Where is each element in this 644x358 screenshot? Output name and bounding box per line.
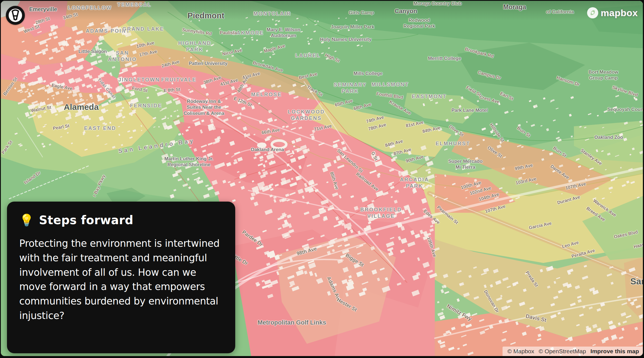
attribution-osm-link[interactable]: © OpenStreetMap [539, 348, 586, 355]
story-card-title: 💡Steps forward [19, 213, 223, 227]
mapbox-pin-icon [587, 7, 599, 19]
mapbox-logo-word: mapbox [601, 8, 638, 18]
story-card-body: Protecting the environment is intertwine… [19, 236, 223, 323]
improve-this-map-link[interactable]: Improve this map [590, 348, 639, 355]
story-card-title-text: Steps forward [39, 213, 133, 227]
story-card: 💡Steps forward Protecting the environmen… [7, 202, 235, 353]
lightbulb-emoji-icon: 💡 [19, 213, 34, 227]
attribution-mapbox-link[interactable]: © Mapbox [508, 348, 534, 355]
lightbulb-logo-icon [6, 6, 25, 25]
lightbulb-map-control-button[interactable] [6, 6, 25, 25]
attribution-bar: © Mapbox © OpenStreetMap Improve this ma… [503, 347, 643, 356]
map-canvas[interactable]: EmeryvilleLONGFELLOWTEMESCALPiedmontMONT… [1, 1, 643, 356]
mapbox-logo[interactable]: mapbox [587, 7, 638, 19]
app-window: EmeryvilleLONGFELLOWTEMESCALPiedmontMONT… [0, 0, 644, 358]
